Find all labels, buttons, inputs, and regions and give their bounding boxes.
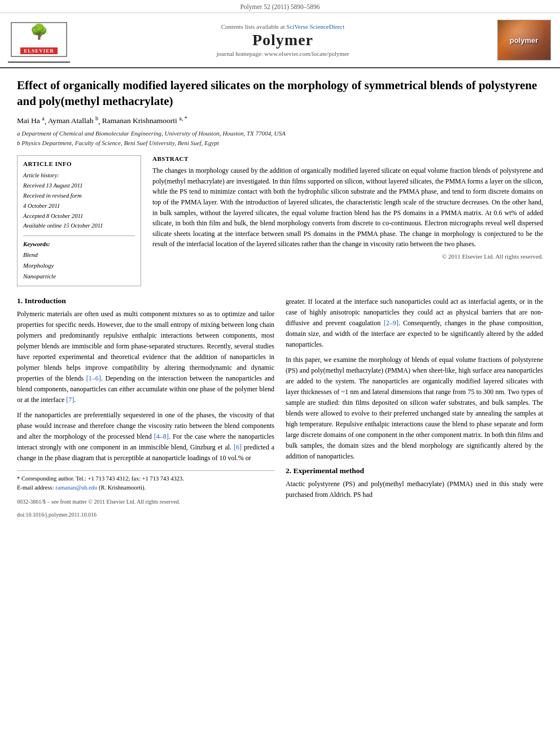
affil1: a Department of Chemical and Biomolecula…	[17, 129, 543, 138]
copyright-line: © 2011 Elsevier Ltd. All rights reserved…	[152, 253, 543, 260]
article-content: Effect of organically modified layered s…	[0, 68, 560, 530]
author-ramanan: Ramanan Krishnamoorti a, *	[102, 116, 187, 125]
body-right-para3: Atactic polystyrene (PS) and poly(methyl…	[286, 479, 543, 500]
keywords-title: Keywords:	[23, 241, 135, 247]
received-revised-date: 4 October 2011	[23, 201, 135, 211]
bottom-issn: 0032-3861/$ – see front matter © 2011 El…	[17, 497, 274, 506]
divider	[23, 235, 135, 236]
article-history: Article history: Received 13 August 2011…	[23, 171, 135, 231]
polymer-logo-text: polymer	[510, 36, 539, 45]
bottom-doi: doi:10.1016/j.polymer.2011.10.016	[17, 510, 274, 519]
contents-text: Contents lists available at	[221, 23, 286, 30]
keyword-morphology: Morphology	[23, 260, 135, 271]
ref-1-6[interactable]: [1–6]	[86, 374, 101, 382]
journal-title: Polymer	[70, 31, 496, 49]
author-mai-ha: Mai Ha a	[17, 116, 45, 125]
received-date: Received 13 August 2011	[23, 181, 135, 191]
ref-7[interactable]: [7]	[66, 396, 74, 404]
article-title: Effect of organically modified layered s…	[17, 77, 543, 110]
sciverse-link[interactable]: SciVerse ScienceDirect	[286, 23, 344, 30]
body-section: 1. Introduction Polymeric materials are …	[17, 296, 543, 519]
body-right-col: greater. If located at the interface suc…	[286, 296, 543, 519]
body-right-para2: In this paper, we examine the morphology…	[286, 355, 543, 462]
abstract-col: ABSTRACT The changes in morphology cause…	[152, 155, 543, 286]
body-para2: If the nanoparticles are preferentially …	[17, 410, 274, 464]
journal-citation-bar: Polymer 52 (2011) 5890–5896	[0, 0, 560, 13]
article-info-abstract-section: ARTICLE INFO Article history: Received 1…	[17, 155, 543, 286]
elsevier-tree-icon: 🌳	[30, 25, 48, 40]
section1-heading: 1. Introduction	[17, 296, 274, 305]
body-para1: Polymeric materials are often used as mu…	[17, 309, 274, 405]
abstract-label: ABSTRACT	[152, 155, 543, 162]
affil2: b Physics Department, Faculty of Science…	[17, 138, 543, 148]
elsevier-logo: 🌳 ELSEVIER	[8, 18, 70, 63]
email-label: E-mail address:	[17, 484, 54, 491]
footnote-email: E-mail address: ramanan@uh.edu (R. Krish…	[17, 483, 274, 493]
history-label: Article history:	[23, 171, 135, 181]
journal-homepage: journal homepage: www.elsevier.com/locat…	[70, 50, 496, 57]
journal-citation: Polymer 52 (2011) 5890–5896	[240, 3, 320, 10]
ref-4-8[interactable]: [4–8]	[154, 433, 169, 440]
polymer-logo-box: polymer	[496, 20, 552, 60]
journal-header: 🌳 ELSEVIER Contents lists available at S…	[0, 13, 560, 68]
body-right-para1: greater. If located at the interface suc…	[286, 296, 543, 350]
keywords-section: Keywords: Blend Morphology Nanoparticle	[23, 241, 135, 281]
keyword-blend: Blend	[23, 250, 135, 260]
journal-center: Contents lists available at SciVerse Sci…	[70, 23, 496, 57]
footnote-star: * Corresponding author. Tel.: +1 713 743…	[17, 474, 274, 484]
keyword-nanoparticle: Nanoparticle	[23, 271, 135, 282]
affiliations: a Department of Chemical and Biomolecula…	[17, 129, 543, 147]
abstract-text: The changes in morphology caused by the …	[152, 165, 543, 250]
ref-6[interactable]: [6]	[234, 443, 242, 451]
ref-2-9[interactable]: [2–9]	[384, 319, 399, 327]
body-left-col: 1. Introduction Polymeric materials are …	[17, 296, 274, 519]
article-info-col: ARTICLE INFO Article history: Received 1…	[17, 155, 141, 286]
footnote-area: * Corresponding author. Tel.: +1 713 743…	[17, 470, 274, 493]
section2-heading: 2. Experimental method	[286, 466, 543, 475]
polymer-logo-image: polymer	[497, 20, 551, 60]
email-name: (R. Krishnamoorti).	[99, 484, 146, 491]
authors-line: Mai Ha a, Ayman Atallah b, Ramanan Krish…	[17, 115, 543, 126]
elsevier-label-text: ELSEVIER	[20, 47, 58, 54]
article-info-box: ARTICLE INFO Article history: Received 1…	[17, 155, 141, 286]
phases-word: phases	[196, 411, 215, 419]
accepted-date: Accepted 8 October 2011	[23, 211, 135, 221]
email-link[interactable]: ramanan@uh.edu	[55, 484, 97, 491]
author-ayman: Ayman Atallah b	[48, 116, 98, 125]
elsevier-box: 🌳 ELSEVIER	[11, 22, 67, 57]
received-revised-label: Received in revised form	[23, 191, 135, 201]
article-info-label: ARTICLE INFO	[23, 160, 135, 167]
available-date: Available online 15 October 2011	[23, 221, 135, 231]
abstract-section: ABSTRACT The changes in morphology cause…	[152, 155, 543, 260]
sciverse-line: Contents lists available at SciVerse Sci…	[70, 23, 496, 30]
